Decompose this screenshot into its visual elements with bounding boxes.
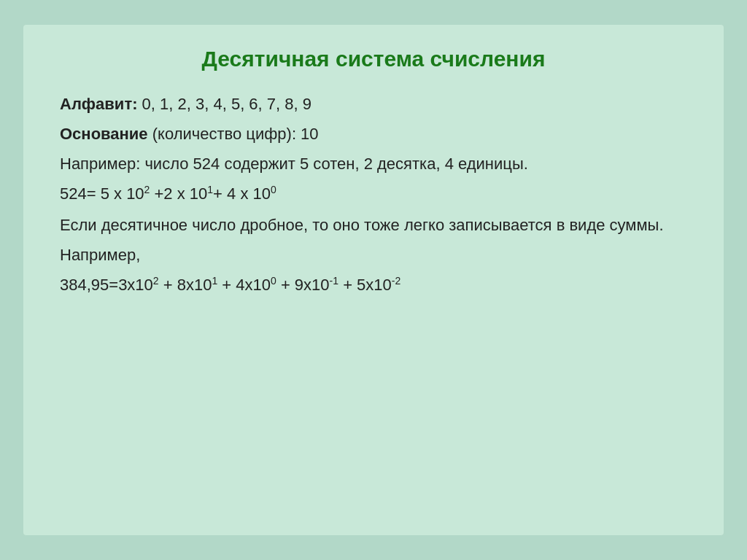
formula2-exp3: 0: [271, 275, 276, 287]
formula2-exp5: -2: [392, 275, 400, 287]
formula2-start: 384,95=3х10: [60, 276, 153, 294]
example3-label: Например,: [60, 243, 687, 267]
formula1-exp3: 0: [271, 184, 276, 195]
base-value: (количество цифр): 10: [148, 125, 319, 143]
formula1-exp2: 1: [207, 184, 213, 195]
alphabet-value: 0, 1, 2, 3, 4, 5, 6, 7, 8, 9: [138, 95, 312, 113]
formula2-mid1: + 8х10: [159, 276, 212, 294]
formula2-exp4: -1: [330, 275, 338, 287]
example1-text: Например: число 524 содержит 5 сотен, 2 …: [60, 152, 687, 176]
example2-text: Если десятичное число дробное, то оно то…: [60, 213, 687, 237]
alphabet-label: Алфавит:: [60, 95, 138, 113]
formula2-exp1: 2: [153, 275, 159, 287]
formula1-start: 524= 5 х 10: [60, 184, 144, 203]
formula2-line: 384,95=3х102 + 8х101 + 4х100 + 9х10-1 + …: [60, 273, 687, 297]
formula1-mid: +2 х 10: [150, 184, 207, 203]
formula1-end: + 4 х 10: [213, 184, 271, 203]
formula2-mid4: + 5х10: [338, 276, 392, 294]
slide: Десятичная система счисления Алфавит: 0,…: [23, 25, 724, 535]
base-label: Основание: [60, 125, 148, 143]
formula2-mid3: + 9х10: [276, 276, 330, 294]
alphabet-line: Алфавит: 0, 1, 2, 3, 4, 5, 6, 7, 8, 9: [60, 92, 687, 116]
formula2-mid2: + 4х10: [217, 276, 271, 294]
formula1-line: 524= 5 х 102 +2 х 101+ 4 х 100: [60, 182, 687, 206]
base-line: Основание (количество цифр): 10: [60, 122, 687, 146]
slide-title: Десятичная система счисления: [60, 47, 687, 71]
